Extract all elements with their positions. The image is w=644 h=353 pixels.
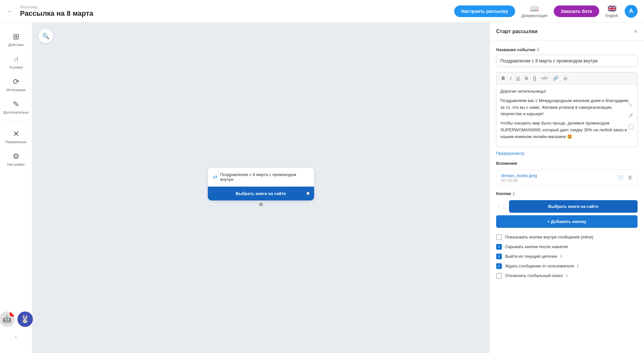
checkbox-exit-chain-label: Выйти из текущей цепочки <box>505 254 557 259</box>
checkbox-disable-search-label: Отключить глобальный поиск <box>505 273 563 278</box>
docs-icon: 📖 <box>530 5 539 13</box>
sidebar-item-conditions[interactable]: ⑁ Условия <box>2 51 31 72</box>
text-editor: B I U S {} </> 🔗 ◎ Дорогие читательницы!… <box>496 72 638 147</box>
flow-node[interactable]: ⇄ Поздравление с 8 марта с промокодом вн… <box>208 168 314 200</box>
wait-user-info-icon: ℹ <box>577 264 579 268</box>
checkbox-inline-label: Показывать кнопки внутри сообщения (inli… <box>505 235 593 239</box>
flow-node-connector-dot <box>306 192 310 195</box>
checkbox-inline-box[interactable] <box>496 234 502 240</box>
checkbox-disable-search: Отключить глобальный поиск ℹ <box>496 273 638 279</box>
order-bot-button[interactable]: Заказать бота <box>554 5 599 17</box>
toolbar-emoji[interactable]: ◎ <box>562 75 569 81</box>
integrations-label: Интеграции <box>6 88 26 92</box>
checkbox-hide-after: ✓ Скрывать кнопки после нажатия <box>496 244 638 250</box>
editor-line-2: Поздравляем вас с Международным женским … <box>500 98 633 117</box>
editor-content[interactable]: Дорогие читательницы! Поздравляем вас с … <box>496 84 637 147</box>
canvas: 🔍 ⇄ Поздравление с 8 марта с промокодом … <box>32 23 489 353</box>
panel-body: Название события ℹ B I U S {} </> 🔗 ◎ До… <box>490 41 644 289</box>
header-title-block: Рассылка Рассылка на 8 марта <box>20 5 454 18</box>
toolbar-underline[interactable]: U <box>515 75 521 81</box>
flag-icon: 🇬🇧 <box>608 5 616 13</box>
circle-icon[interactable]: ◯ <box>628 122 634 131</box>
canvas-search-button[interactable]: 🔍 <box>39 29 53 43</box>
docs-button[interactable]: 📖 Документация <box>522 5 547 18</box>
event-name-input[interactable] <box>496 55 638 67</box>
checkbox-exit-chain-box[interactable]: ✓ <box>496 254 502 259</box>
attachment-info: devops_books.jpeg 357.59 KB <box>501 173 537 182</box>
attachment-delete-button[interactable]: 🗑 <box>628 175 633 181</box>
toolbar-bold[interactable]: B <box>500 75 506 81</box>
editor-line-3: Чтобы покорять мир было проще, делимся п… <box>500 120 633 140</box>
search-icon: 🔍 <box>42 33 49 40</box>
sidebar-item-integrations[interactable]: ⟳ Интеграции <box>2 74 31 95</box>
attachment-item: devops_books.jpeg 357.59 KB 📄 🗑 <box>496 170 638 186</box>
checkbox-hide-after-label: Скрывать кнопки после нажатия <box>505 244 568 249</box>
toolbar-codeblock[interactable]: </> <box>540 75 549 81</box>
bot1-avatar[interactable]: 🤖 1 <box>0 311 15 327</box>
flow-node-button-container: Выбрать книги на сайте <box>208 187 314 200</box>
sidebar-item-settings[interactable]: ⚙ Настройки <box>2 149 31 170</box>
checkbox-wait-user: ✓ Ждать сообщение от пользователя ℹ <box>496 263 638 269</box>
add-button-btn[interactable]: + Добавить кнопку <box>496 215 638 228</box>
event-name-label: Название события ℹ <box>496 47 638 52</box>
checkbox-wait-user-label: Ждать сообщение от пользователя <box>505 264 574 268</box>
additional-icon: ✎ <box>13 100 19 109</box>
event-name-info-icon: ℹ <box>537 47 539 52</box>
language-selector[interactable]: 🇬🇧 English <box>606 5 618 18</box>
user-avatar[interactable]: A <box>625 5 638 18</box>
resize-icon: ⤡ <box>628 100 634 109</box>
sidebar-item-variables[interactable]: ✕ Переменные <box>2 126 31 147</box>
flow-connector <box>259 200 263 208</box>
actions-label: Действия <box>8 43 24 47</box>
editor-line-1: Дорогие читательницы! <box>500 88 633 95</box>
flow-node-action-button[interactable]: Выбрать книги на сайте <box>208 187 314 200</box>
header: ← Рассылка Рассылка на 8 марта Настроить… <box>0 0 644 23</box>
buttons-info-icon: ℹ <box>513 191 514 196</box>
toolbar-strikethrough[interactable]: S <box>524 75 529 81</box>
checkbox-disable-search-box[interactable] <box>496 273 502 279</box>
bot2-icon: 🐰 <box>21 315 29 323</box>
toolbar-italic[interactable]: I <box>509 75 513 81</box>
exit-chain-info-icon: ℹ <box>560 254 562 259</box>
checkbox-hide-after-box[interactable]: ✓ <box>496 244 502 250</box>
bot1-badge: 1 <box>10 311 15 317</box>
panel-title: Старт рассылки <box>496 29 537 34</box>
actions-icon: ⊞ <box>13 32 19 41</box>
attachment-copy-button[interactable]: 📄 <box>617 175 624 181</box>
attachment-size: 357.59 KB <box>501 179 537 182</box>
panel-header: Старт рассылки × <box>490 23 644 41</box>
checkbox-wait-user-box[interactable]: ✓ <box>496 263 502 269</box>
conditions-icon: ⑁ <box>14 55 18 64</box>
flow-node-title: Поздравление с 8 марта с промокодом внут… <box>220 172 309 182</box>
configure-button[interactable]: Настроить рассылку <box>454 5 515 17</box>
page-title: Рассылка на 8 марта <box>20 9 454 18</box>
breadcrumb: Рассылка <box>20 5 454 9</box>
panel-close-button[interactable]: × <box>634 28 638 35</box>
variables-label: Переменные <box>5 140 26 144</box>
sidebar-collapse-button[interactable]: ‹ <box>12 330 20 343</box>
flow-node-header: ⇄ Поздравление с 8 марта с промокодом вн… <box>208 168 314 187</box>
sidebar-item-additional[interactable]: ✎ Дополнительно <box>2 97 31 117</box>
editor-toolbar: B I U S {} </> 🔗 ◎ <box>496 72 637 84</box>
sidebar-bots: 🤖 1 🐰 ‹ <box>0 308 32 347</box>
additional-label: Дополнительно <box>3 110 29 114</box>
preview-link[interactable]: Предпросмотр <box>496 151 638 156</box>
docs-label: Документация <box>522 14 547 18</box>
toolbar-code[interactable]: {} <box>532 75 537 81</box>
editor-side-icons: ⤡ 🖇 ◯ <box>628 100 634 130</box>
settings-icon: ⚙ <box>13 152 20 161</box>
sidebar-item-actions[interactable]: ⊞ Действия <box>2 29 31 50</box>
attach-icon[interactable]: 🖇 <box>628 111 634 120</box>
attachments-label: Вложения <box>496 161 638 166</box>
button-item[interactable]: Выбрать книги на сайте <box>509 200 638 213</box>
sidebar: ⊞ Действия ⑁ Условия ⟳ Интеграции ✎ Допо… <box>0 23 32 353</box>
attachment-name: devops_books.jpeg <box>501 173 537 178</box>
toolbar-link[interactable]: 🔗 <box>552 75 560 81</box>
checkbox-inline: Показывать кнопки внутри сообщения (inli… <box>496 234 638 240</box>
back-button[interactable]: ← <box>6 7 14 15</box>
attachment-actions: 📄 🗑 <box>617 175 633 181</box>
conditions-label: Условия <box>9 65 23 69</box>
checkbox-exit-chain: ✓ Выйти из текущей цепочки ℹ <box>496 254 638 259</box>
bot2-avatar[interactable]: 🐰 <box>17 311 33 327</box>
drag-handle[interactable]: ⋮⋮ <box>496 203 506 209</box>
